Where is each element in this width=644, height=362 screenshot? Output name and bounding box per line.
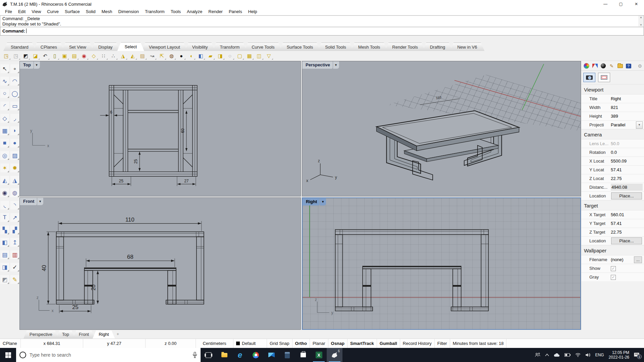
fillet-curve-icon[interactable]: ◟ — [0, 201, 9, 209]
task-view-button[interactable] — [201, 348, 216, 362]
projection-dropdown[interactable]: ▼ — [636, 121, 643, 129]
speaker-icon[interactable] — [585, 353, 591, 357]
tab-solid-tools[interactable]: Solid Tools — [318, 43, 354, 51]
battery-icon[interactable] — [565, 353, 571, 357]
tab-mesh-tools[interactable]: Mesh Tools — [351, 43, 388, 51]
boolean-union-icon[interactable]: ◉ — [0, 188, 9, 197]
boom-icon[interactable]: ✹ — [10, 164, 19, 172]
select-small-icon[interactable]: ∷ — [99, 52, 108, 60]
layer-button[interactable]: Default — [233, 339, 267, 348]
select-sheet-icon[interactable]: ▰ — [206, 52, 215, 60]
match-curve-icon[interactable]: ◝ — [10, 201, 19, 209]
undo-selection-icon[interactable]: ↶ — [41, 52, 49, 60]
menu-analyze[interactable]: Analyze — [184, 8, 205, 15]
menu-curve[interactable]: Curve — [44, 8, 62, 15]
language-indicator[interactable]: ENG — [595, 353, 604, 357]
mail-button[interactable] — [264, 348, 279, 362]
viewport-menu-arrow-icon[interactable]: ▼ — [333, 61, 339, 69]
action-center-button[interactable]: 1 — [634, 353, 639, 357]
viewport-menu-arrow-icon[interactable]: ▼ — [320, 198, 326, 205]
select-lasso-icon[interactable]: ◌ — [226, 52, 234, 60]
viewport-frame-button[interactable] — [598, 73, 610, 82]
viewport-title-front[interactable]: Front ▼ — [20, 198, 43, 205]
edge-button[interactable]: e — [232, 348, 248, 362]
explode-icon[interactable]: ✶ — [0, 164, 9, 172]
menu-help[interactable]: Help — [245, 8, 260, 15]
onedrive-icon[interactable] — [554, 353, 560, 357]
tab-render-tools[interactable]: Render Tools — [385, 43, 425, 51]
tab-select[interactable]: Select — [117, 42, 144, 51]
arc-icon[interactable]: ◜ — [0, 102, 9, 110]
store-button[interactable] — [295, 348, 311, 362]
menu-view[interactable]: View — [29, 8, 44, 15]
maximize-button[interactable]: ▢ — [613, 0, 629, 8]
select-window-icon[interactable]: ▢ — [235, 52, 244, 60]
start-button[interactable] — [0, 348, 16, 362]
tab-curve-tools[interactable]: Curve Tools — [244, 43, 282, 51]
select-balls-icon[interactable]: ◍ — [167, 52, 176, 60]
split-icon[interactable]: ◮ — [10, 176, 19, 185]
trim-icon[interactable]: ◭ — [0, 176, 9, 185]
select-points-icon[interactable]: ◳ — [2, 52, 10, 60]
last-save-status[interactable]: Minutes from last save: 18 — [450, 339, 507, 348]
select-filter-icon[interactable]: ▽ — [265, 52, 273, 60]
wifi-icon[interactable] — [575, 353, 581, 357]
cplane-button[interactable]: CPlane — [0, 339, 21, 348]
viewport-menu-arrow-icon[interactable]: ▼ — [34, 61, 40, 69]
gear-icon[interactable]: ⚙ — [638, 63, 642, 69]
surface-points-icon[interactable]: ▦ — [0, 126, 9, 135]
select-by-id-icon[interactable]: ▯ — [51, 52, 59, 60]
tab-drafting[interactable]: Drafting — [423, 43, 453, 51]
viewport-title-perspective[interactable]: Perspective ▼ — [302, 61, 339, 69]
browse-wallpaper-button[interactable]: ... — [634, 256, 642, 263]
layers-tab[interactable] — [592, 63, 598, 69]
viewport-right[interactable]: z y Right ▼ — [302, 197, 581, 330]
select-sphere-icon[interactable]: ● — [177, 52, 185, 60]
menu-tools[interactable]: Tools — [168, 8, 184, 15]
clock[interactable]: 12:05 PM 2022-01-26 — [609, 350, 629, 360]
chevron-up-icon[interactable] — [545, 354, 549, 356]
scroll-up-icon[interactable]: ▲ — [640, 16, 642, 19]
curve-interp-icon[interactable]: ◠ — [10, 77, 19, 85]
filter-toggle[interactable]: Filter — [435, 339, 450, 348]
rectangle-icon[interactable]: ▭ — [10, 102, 19, 110]
text-icon[interactable]: T — [0, 213, 9, 222]
units-button[interactable]: Centimeters — [196, 339, 233, 348]
menu-solid[interactable]: Solid — [83, 8, 99, 15]
display-tab[interactable]: ✎ — [608, 63, 615, 69]
viewport-title-right[interactable]: Right ▼ — [303, 198, 326, 205]
viewport-title-top[interactable]: Top ▼ — [20, 61, 40, 69]
tab-viewport-layout[interactable]: Viewport Layout — [142, 43, 187, 51]
gumball-toggle[interactable]: Gumball — [377, 339, 400, 348]
viewport-tab-right[interactable]: Right — [93, 330, 115, 339]
tab-cplanes[interactable]: CPlanes — [33, 43, 64, 51]
command-history-scrollbar[interactable]: ▲▼ — [638, 16, 644, 26]
group-icon[interactable]: ▚ — [0, 226, 9, 234]
show-checkbox[interactable]: ✓ — [611, 266, 616, 271]
viewport-tab-top[interactable]: Top — [56, 330, 75, 339]
scroll-down-icon[interactable]: ▼ — [640, 23, 642, 26]
annotate-icon[interactable]: ✎ — [10, 275, 19, 284]
circle-icon[interactable]: ○ — [0, 89, 9, 98]
select-hatch-icon[interactable]: ▨ — [138, 52, 147, 60]
deselect-points-icon[interactable]: ◳ — [12, 52, 20, 60]
select-plane-icon[interactable]: ◭ — [128, 52, 137, 60]
tab-display[interactable]: Display — [91, 43, 120, 51]
select-dots-icon[interactable]: ∴ — [109, 52, 117, 60]
invert-selection-icon[interactable]: ◩ — [21, 52, 30, 60]
select-group-icon[interactable]: ▤ — [70, 52, 78, 60]
viewport-top[interactable]: 6 60 25 25 27 y x Top ▼ — [19, 61, 301, 196]
tab-surface-tools[interactable]: Surface Tools — [279, 43, 321, 51]
gray-checkbox[interactable]: ✓ — [611, 275, 616, 280]
check-icon[interactable]: ✓ — [10, 263, 19, 272]
polygon-icon[interactable]: ◇ — [0, 114, 9, 123]
tab-set-view[interactable]: Set View — [62, 43, 94, 51]
menu-render[interactable]: Render — [205, 8, 226, 15]
shade-icon[interactable]: ◩ — [0, 275, 9, 284]
select-curve-icon[interactable]: ↝ — [148, 52, 156, 60]
viewport-perspective[interactable]: 110 z y x Perspective ▼ — [302, 61, 581, 196]
select-crossing-icon[interactable]: ▦ — [245, 52, 254, 60]
viewport-tab-front[interactable]: Front — [73, 330, 95, 339]
microphone-icon[interactable] — [193, 352, 197, 358]
menu-file[interactable]: File — [2, 8, 15, 15]
